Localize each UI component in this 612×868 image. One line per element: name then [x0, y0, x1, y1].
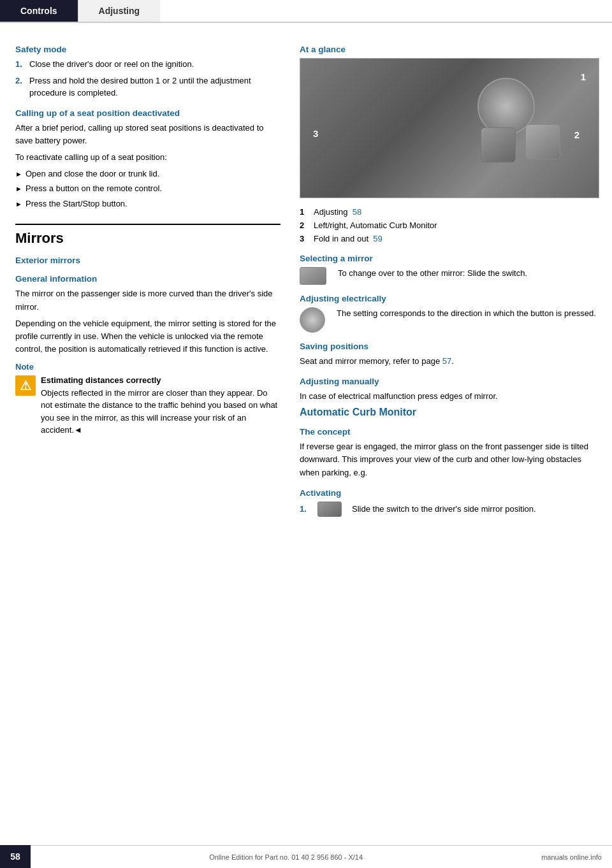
note-inner: ⚠ Estimating distances correctly Objects… — [15, 374, 280, 437]
mirror-btn-2 — [525, 124, 560, 159]
step-number: 2. — [15, 75, 29, 99]
item-num: 3 — [300, 234, 314, 243]
switch-icon — [300, 267, 326, 285]
activating-step1-row: 1. Slide the switch to the driver's side… — [300, 502, 599, 517]
note-title: Note — [15, 362, 280, 372]
footer-center: Online Edition for Part no. 01 40 2 956 … — [31, 853, 541, 861]
note-bold-text: Estimating distances correctly — [41, 375, 161, 385]
note-body-text: Objects reflected in the mirror are clos… — [41, 388, 277, 435]
item-page-link[interactable]: 59 — [373, 234, 382, 243]
tab-controls-label: Controls — [20, 6, 57, 16]
tab-adjusting-label: Adjusting — [99, 6, 140, 16]
step-switch-icon — [317, 502, 342, 517]
item-num: 1 — [300, 207, 314, 217]
image-label-1: 1 — [581, 71, 586, 82]
calling-up-body2: To reactivate calling up of a seat posit… — [15, 151, 280, 164]
list-item: 1. Close the driver's door or reel on th… — [15, 58, 280, 71]
bullet-arrow-icon: ► — [15, 184, 26, 194]
warning-icon: ⚠ — [15, 375, 36, 396]
calling-up-bullets: ► Open and close the door or trunk lid. … — [15, 168, 280, 210]
list-item: ► Press the Start/Stop button. — [15, 198, 280, 210]
main-content: Safety mode 1. Close the driver's door o… — [0, 23, 612, 521]
calling-up-body1: After a brief period, calling up stored … — [15, 122, 280, 147]
at-a-glance-title: At a glance — [300, 45, 599, 54]
footer: 58 Online Edition for Part no. 01 40 2 9… — [0, 845, 612, 868]
left-column: Safety mode 1. Close the driver's door o… — [0, 36, 293, 521]
concept-title: The concept — [300, 427, 599, 437]
page-number-box: 58 — [0, 845, 31, 868]
activating-title: Activating — [300, 488, 599, 498]
bullet-text: Press a button on the remote control. — [26, 182, 162, 195]
mirror-image-inner: 1 2 3 — [300, 59, 599, 198]
selecting-mirror-title: Selecting a mirror — [300, 254, 599, 263]
image-label-2: 2 — [574, 129, 579, 140]
adjusting-manually-body: In case of electrical malfunction press … — [300, 390, 599, 403]
mirror-btn-3 — [481, 127, 516, 163]
bullet-text: Open and close the door or trunk lid. — [26, 168, 159, 180]
step-number: 1. — [15, 58, 29, 71]
note-content: Estimating distances correctly Objects r… — [41, 374, 280, 437]
footer-right-text: manuals online.info — [541, 853, 602, 861]
adjusting-manually-title: Adjusting manually — [300, 377, 599, 386]
right-column: At a glance 1 2 3 1 Adjusting 58 2 Left/… — [293, 36, 612, 521]
item-label-text: Adjusting — [314, 207, 347, 217]
activating-step-num: 1. — [300, 504, 311, 514]
page-header: Controls Adjusting — [0, 0, 612, 23]
bullet-arrow-icon: ► — [15, 169, 26, 180]
mirror-image: 1 2 3 — [300, 58, 599, 198]
auto-curb-title: Automatic Curb Monitor — [300, 407, 599, 418]
exterior-mirrors-title: Exterior mirrors — [15, 256, 280, 265]
general-info-body1: The mirror on the passenger side is more… — [15, 287, 280, 313]
tab-controls[interactable]: Controls — [0, 0, 78, 22]
image-label-3: 3 — [313, 128, 318, 139]
item-num: 2 — [300, 221, 314, 230]
item-label: Adjusting 58 — [314, 207, 361, 217]
bullet-arrow-icon: ► — [15, 199, 26, 210]
selecting-mirror-row: To change over to the other mirror: Slid… — [300, 267, 599, 285]
saving-positions-body: Seat and mirror memory, refer to page 57… — [300, 355, 599, 368]
saving-positions-title: Saving positions — [300, 342, 599, 351]
item-page-link[interactable]: 58 — [353, 207, 361, 217]
round-button-icon — [300, 307, 325, 333]
step-text: Press and hold the desired button 1 or 2… — [29, 75, 280, 99]
step-text: Close the driver's door or reel on the i… — [29, 58, 194, 71]
saving-positions-text: Seat and mirror memory, refer to page — [300, 356, 440, 366]
saving-positions-page-link[interactable]: 57 — [442, 356, 451, 366]
saving-positions-suffix: . — [451, 356, 454, 366]
safety-mode-title: Safety mode — [15, 45, 280, 54]
list-item: ► Open and close the door or trunk lid. — [15, 168, 280, 180]
mirrors-heading: Mirrors — [15, 224, 280, 247]
item-label-text: Left/right, Automatic Curb Monitor — [314, 221, 437, 230]
adjusting-electrically-row: The setting corresponds to the direction… — [300, 307, 599, 333]
calling-up-title: Calling up of a seat position deactivate… — [15, 108, 280, 118]
item-row-3: 3 Fold in and out 59 — [300, 234, 599, 243]
item-label: Fold in and out 59 — [314, 234, 382, 243]
concept-body: If reverse gear is engaged, the mirror g… — [300, 440, 599, 479]
tab-adjusting[interactable]: Adjusting — [78, 0, 161, 22]
selecting-mirror-body: To change over to the other mirror: Slid… — [338, 267, 527, 280]
item-row-1: 1 Adjusting 58 — [300, 207, 599, 217]
bullet-text: Press the Start/Stop button. — [26, 198, 127, 210]
item-label-text: Fold in and out — [314, 234, 368, 243]
footer-right: manuals online.info — [541, 852, 612, 862]
warning-symbol: ⚠ — [20, 378, 31, 393]
activating-step1-body: Slide the switch to the driver's side mi… — [352, 503, 536, 516]
safety-mode-list: 1. Close the driver's door or reel on th… — [15, 58, 280, 99]
note-box: Note ⚠ Estimating distances correctly Ob… — [15, 362, 280, 437]
list-item: ► Press a button on the remote control. — [15, 182, 280, 195]
page-number: 58 — [10, 851, 20, 862]
item-row-2: 2 Left/right, Automatic Curb Monitor — [300, 221, 599, 230]
list-item: 2. Press and hold the desired button 1 o… — [15, 75, 280, 99]
general-info-title: General information — [15, 274, 280, 284]
general-info-body2: Depending on the vehicle equipment, the … — [15, 317, 280, 356]
adjusting-electrically-title: Adjusting electrically — [300, 294, 599, 303]
adjusting-electrically-body: The setting corresponds to the direction… — [337, 307, 596, 320]
footer-text: Online Edition for Part no. 01 40 2 956 … — [209, 853, 363, 861]
